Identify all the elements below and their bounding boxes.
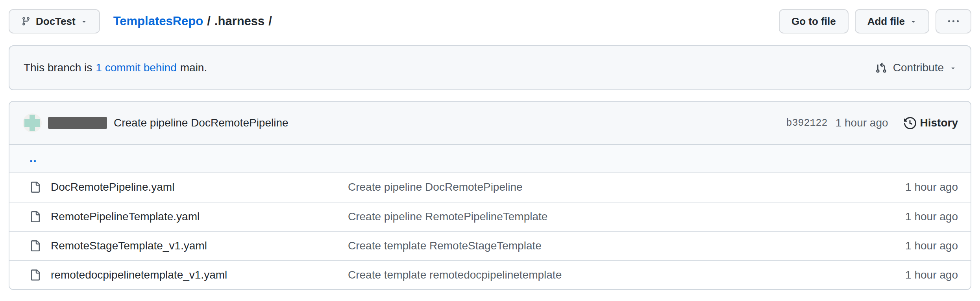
breadcrumb-trailing-separator: / — [268, 14, 272, 28]
contribute-label: Contribute — [893, 61, 944, 74]
file-icon — [30, 269, 41, 281]
contribute-icon — [875, 62, 887, 74]
table-row: RemoteStageTemplate_v1.yaml Create templ… — [9, 231, 971, 260]
file-icon — [30, 211, 41, 222]
parent-directory-link[interactable]: .. — [9, 145, 971, 173]
file-commit-time: 1 hour ago — [871, 181, 958, 193]
latest-commit-meta: b392122 1 hour ago History — [786, 117, 958, 129]
file-name-link[interactable]: RemotePipelineTemplate.yaml — [51, 210, 348, 223]
history-link[interactable]: History — [904, 117, 958, 129]
kebab-horizontal-icon — [948, 16, 959, 27]
latest-commit-message-link[interactable]: Create pipeline DocRemotePipeline — [114, 117, 288, 129]
commit-author-name-redacted — [48, 117, 107, 129]
table-row: remotedocpipelinetemplate_v1.yaml Create… — [9, 260, 971, 289]
file-icon — [30, 240, 41, 251]
file-table: Create pipeline DocRemotePipeline b39212… — [9, 101, 971, 290]
chevron-down-icon — [81, 18, 87, 25]
branch-selector-button[interactable]: DocTest — [9, 9, 100, 33]
avatar-identicon — [30, 115, 35, 131]
branch-selector-label: DocTest — [36, 15, 76, 28]
branch-status-prefix: This branch is — [24, 61, 92, 74]
file-commit-message-link[interactable]: Create pipeline RemotePipelineTemplate — [348, 210, 871, 223]
branch-status-suffix: main. — [180, 61, 207, 74]
file-commit-time: 1 hour ago — [871, 269, 958, 281]
history-label: History — [920, 117, 958, 129]
breadcrumb-repo-link[interactable]: TemplatesRepo — [113, 14, 203, 28]
file-icon — [30, 182, 41, 193]
file-commit-message-link[interactable]: Create pipeline DocRemotePipeline — [348, 181, 871, 193]
add-file-label: Add file — [867, 15, 905, 28]
branch-status-banner: This branch is 1 commit behind main. Con… — [9, 45, 971, 90]
go-to-file-button[interactable]: Go to file — [779, 9, 849, 33]
file-name-link[interactable]: RemoteStageTemplate_v1.yaml — [51, 240, 348, 252]
file-commit-message-link[interactable]: Create template remotedocpipelinetemplat… — [348, 269, 871, 281]
commits-behind-link[interactable]: 1 commit behind — [96, 61, 176, 74]
commit-time: 1 hour ago — [836, 117, 888, 129]
breadcrumb-separator: / — [207, 14, 211, 28]
table-row: RemotePipelineTemplate.yaml Create pipel… — [9, 202, 971, 231]
history-clock-icon — [904, 117, 916, 129]
chevron-down-icon — [910, 18, 917, 25]
repo-toolbar: DocTest TemplatesRepo / .harness / Go to… — [9, 0, 971, 33]
commit-author-avatar[interactable] — [23, 113, 42, 132]
repo-file-browser-page: DocTest TemplatesRepo / .harness / Go to… — [0, 0, 980, 301]
file-commit-time: 1 hour ago — [871, 210, 958, 223]
add-file-button[interactable]: Add file — [855, 9, 929, 33]
contribute-button[interactable]: Contribute — [875, 61, 956, 74]
git-branch-icon — [21, 17, 31, 26]
chevron-down-icon — [950, 65, 956, 71]
branch-status-text: This branch is 1 commit behind main. — [24, 61, 207, 74]
file-name-link[interactable]: DocRemotePipeline.yaml — [51, 181, 348, 193]
latest-commit-bar: Create pipeline DocRemotePipeline b39212… — [9, 102, 971, 145]
go-to-file-label: Go to file — [791, 15, 836, 28]
file-name-link[interactable]: remotedocpipelinetemplate_v1.yaml — [51, 269, 348, 281]
table-row: DocRemotePipeline.yaml Create pipeline D… — [9, 173, 971, 202]
commit-hash-link[interactable]: b392122 — [786, 117, 828, 129]
file-commit-message-link[interactable]: Create template RemoteStageTemplate — [348, 240, 871, 252]
file-commit-time: 1 hour ago — [871, 240, 958, 252]
toolbar-actions: Go to file Add file — [779, 9, 971, 33]
breadcrumb-current-directory: .harness — [214, 14, 265, 28]
breadcrumb: TemplatesRepo / .harness / — [113, 14, 272, 28]
more-options-button[interactable] — [936, 9, 971, 33]
parent-directory-label: .. — [30, 152, 37, 165]
